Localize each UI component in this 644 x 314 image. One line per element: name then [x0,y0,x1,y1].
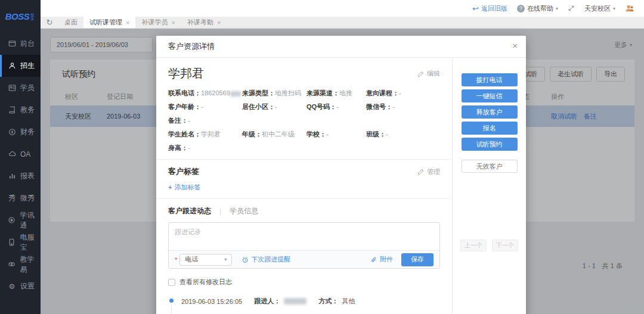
person-icon [8,62,16,70]
phone-value: 18620569 [201,89,230,97]
plus-icon: + [168,184,172,191]
sidebar-item-oa[interactable]: OA [0,143,41,165]
sidebar-item-academics[interactable]: 教务 [0,99,41,121]
follow-up-timeline: 2019-06-03 15:26:05 跟进人： 方式： 其他 新建客户 [168,297,440,314]
invalid-customer-button[interactable]: 无效客户 [462,160,518,173]
back-to-old-version-link[interactable]: ↩ 返回旧版 [472,4,507,13]
pencil-icon [417,70,425,77]
weixiu-icon: 秀 [8,194,16,203]
sidebar-item-jiaoxueyi[interactable]: 教学易 [0,253,41,275]
add-tag-button[interactable]: +添加标签 [168,183,440,192]
tab-makeup-students[interactable]: 补课学员 × [135,17,181,28]
refresh-icon[interactable]: ↻ [41,17,58,28]
alarm-clock-icon [242,256,249,263]
sidebar-item-xuexuntong[interactable]: 学讯通 [0,209,41,231]
redacted-text [284,298,306,304]
customer-name: 学邦君 [168,66,204,82]
tab-bar: ↻ 桌面 试听课管理 × 补课学员 × 补课考勤 × [41,17,644,29]
tags-section-title: 客户标签 [168,166,199,177]
rings-icon [8,260,16,269]
sidebar-item-reports[interactable]: 报表 [0,165,41,187]
manage-tags-link[interactable]: 管理 [417,167,440,176]
customer-detail-modal: 客户资源详情 × 学邦君 编辑 联系电话：18620569 来源类型：地推扫码 … [156,36,526,314]
coin-icon [8,128,16,136]
redacted-text [230,91,241,97]
id-card-icon [8,84,16,92]
undo-arrow-icon: ↩ [472,4,479,13]
bar-chart-icon [8,172,16,181]
target-icon [8,216,16,225]
sidebar-item-finance[interactable]: 财务 [0,121,41,143]
pencil-icon [417,168,425,175]
view-all-change-logs-checkbox[interactable] [168,279,175,286]
next-customer-button[interactable]: 下一个 [492,240,518,251]
logo-sub-text: 校宝 [30,13,35,20]
gear-icon: ⚙ [8,282,16,291]
close-icon[interactable]: × [217,19,221,26]
cloud-icon [8,150,16,158]
expand-arrows-icon [568,5,575,12]
timeline-line [171,305,172,314]
chevron-down-icon: ▾ [556,6,558,11]
online-help-menu[interactable]: ? 在线帮助 ▾ [517,4,558,13]
close-icon[interactable]: × [512,41,518,51]
modal-action-panel: 拨打电话 一键短信 释放客户 报名 试听预约 无效客户 上一个 下一个 [452,58,526,314]
enroll-button[interactable]: 报名 [462,122,518,135]
phone-device-icon [8,238,16,247]
logo-text: BOSS [5,11,30,21]
chevron-down-icon: ▾ [613,6,615,11]
sidebar-item-front-desk[interactable]: 前台 [0,33,41,55]
follow-up-record-textarea[interactable]: 跟进记录 [169,223,439,250]
modal-title: 客户资源详情 [168,41,215,52]
tab-makeup-attendance[interactable]: 补课考勤 × [181,17,227,28]
release-customer-button[interactable]: 释放客户 [462,105,518,119]
topbar: ↩ 返回旧版 ? 在线帮助 ▾ 天安校区 ▾ [41,0,644,17]
follow-up-type-select[interactable]: 电话 ▾ [179,254,232,266]
trial-booking-button[interactable]: 试听预约 [462,138,518,151]
sms-button[interactable]: 一键短信 [462,89,518,102]
paperclip-icon [370,256,377,263]
window-icon [8,40,16,48]
question-icon: ? [517,5,525,13]
sidebar-item-dianfubao[interactable]: 电服宝 [0,231,41,253]
next-follow-up-reminder-button[interactable]: 下次跟进提醒 [242,255,290,264]
follow-up-form: 跟进记录 * 电话 ▾ 下次跟进提醒 附件 [168,222,440,269]
tab-student-info[interactable]: 学员信息 [230,206,258,216]
follow-up-method: 其他 [342,297,355,306]
previous-customer-button[interactable]: 上一个 [460,240,487,251]
sidebar-item-weixiu[interactable]: 秀 微秀 [0,187,41,209]
app-logo: BOSS 校宝 [0,0,41,33]
sidebar-item-students[interactable]: 学员 [0,77,41,99]
attachment-button[interactable]: 附件 [370,255,393,264]
edit-link[interactable]: 编辑 [417,69,440,78]
close-icon[interactable]: × [171,19,175,26]
call-button[interactable]: 拨打电话 [462,73,518,86]
required-asterisk: * [175,256,177,263]
tab-trial-class-management[interactable]: 试听课管理 × [83,17,135,28]
user-avatar[interactable] [625,4,634,13]
timeline-timestamp: 2019-06-03 15:26:05 [181,298,242,305]
view-all-change-logs-label: 查看所有修改日志 [179,278,232,287]
book-icon [8,106,16,114]
close-icon[interactable]: × [126,19,129,26]
fullscreen-button[interactable] [568,5,575,12]
tab-follow-up-activity[interactable]: 客户跟进动态 [168,206,211,216]
save-button[interactable]: 保存 [401,253,434,266]
timeline-dot [169,299,174,303]
customer-fields: 联系电话：18620569 来源类型：地推扫码 来源渠道：地推 意向课程：- 客… [168,89,440,153]
tab-desktop[interactable]: 桌面 [58,17,83,28]
chevron-down-icon: ▾ [224,257,227,262]
sidebar: BOSS 校宝 前台 招生 学员 教务 财务 OA 报表 秀 微秀 学讯通 电服… [0,0,41,314]
avatar-icon [625,4,634,13]
sidebar-item-settings[interactable]: ⚙ 设置 [0,275,41,297]
campus-selector[interactable]: 天安校区 ▾ [584,4,615,13]
sidebar-item-admissions[interactable]: 招生 [0,55,41,77]
